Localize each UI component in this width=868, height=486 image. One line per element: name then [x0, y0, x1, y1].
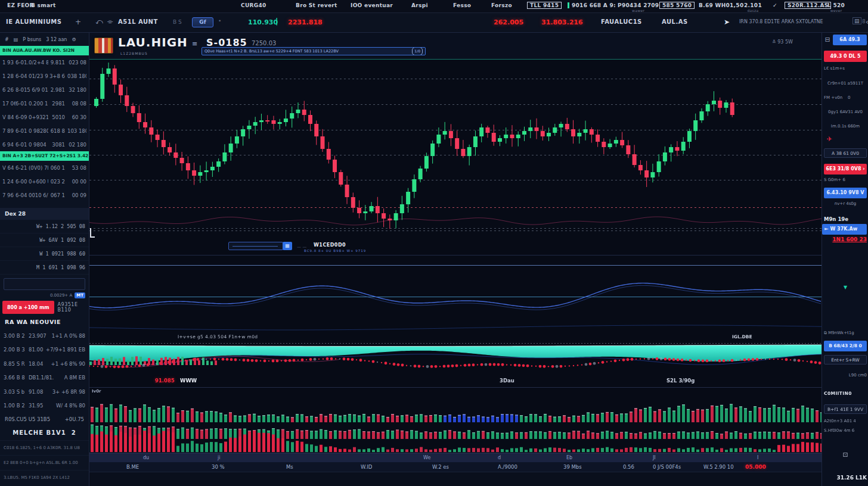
table-row[interactable]: W 1 0921 988 60: [0, 247, 89, 261]
table-row[interactable]: 1 246-00 0+600 U1 023 200 00: [0, 175, 89, 188]
highlight-row[interactable]: BIN A+3 2B+SU2T 72+S+2S1 3.42: [0, 151, 89, 161]
menu-item[interactable]: Bro St revert: [296, 2, 337, 8]
table-row[interactable]: 2.00 B 381.00+7/9+1 891 EB: [0, 343, 89, 357]
active-price-row[interactable]: ⇤ W 37K.Aw: [822, 224, 867, 235]
table-row[interactable]: 1 936-01.0/2+4 88 9.811023 08: [0, 55, 89, 69]
cursor-icon[interactable]: ➤: [724, 18, 730, 26]
add-icon[interactable]: +: [75, 18, 81, 26]
menu-item[interactable]: IOO eventuar: [351, 2, 393, 8]
indicator-name: W1CED0D0: [314, 242, 346, 248]
oscillator-canvas[interactable]: [89, 255, 822, 332]
more-label[interactable]: M9n 19e: [824, 216, 867, 222]
quantity-box[interactable]: A 38 61 0V0: [824, 148, 867, 158]
table-row[interactable]: 1 286-04 01/23 92 3+8 6038 180: [0, 69, 89, 83]
indicator-slider[interactable]: [228, 242, 283, 250]
condition-box[interactable]: B+f1 41E 1 9VV: [824, 404, 867, 414]
axis-value-red: 05.000: [745, 464, 766, 470]
hamburger-icon[interactable]: ≡: [192, 40, 197, 48]
sidebar-tool-label-1[interactable]: P bsuns: [23, 37, 41, 42]
pin-icon[interactable]: #: [5, 37, 9, 42]
menu-item[interactable]: 9016 668 A 9:: [568, 2, 616, 8]
table-row[interactable]: 3.66 B 8DB1.1/81.A 8M EB: [0, 371, 89, 385]
buy-button[interactable]: 6A 49.3: [833, 35, 867, 45]
chart-area: LAU.HIGH L1Z2BMBU5 ≡ S-0185 7250.03 Q0ve…: [89, 33, 822, 486]
menu-item[interactable]: Forszo: [491, 2, 512, 8]
menu-item[interactable]: CURG40: [241, 2, 266, 8]
trade-list-a: 1 936-01.0/2+4 88 9.811023 08 1 286-04 0…: [0, 55, 89, 151]
send-order-icon[interactable]: ✈: [824, 135, 834, 143]
menu-item[interactable]: 585 5760: [659, 2, 695, 9]
toolbar-menu-rules[interactable]: AUL.AS: [662, 18, 688, 25]
folder-icon[interactable]: ▤: [14, 37, 18, 42]
slider-apply-button[interactable]: ▦: [283, 242, 292, 250]
sell-price-button[interactable]: 49.3 0 DL 5: [824, 51, 867, 62]
menu-item[interactable]: L 520wever: [827, 2, 845, 13]
window-icon: ⧉: [824, 331, 827, 335]
summary-value: +0U.75: [65, 416, 84, 422]
band-indicator-canvas[interactable]: [89, 342, 822, 375]
band-value-label: WWW: [180, 378, 197, 384]
table-row[interactable]: V 846-09 0+9321C 501060 30: [0, 110, 89, 124]
menu-item[interactable]: S20R.112.AS: [785, 2, 831, 9]
toolbar-menu-funds[interactable]: FAUALUC1S: [601, 18, 642, 25]
table-row[interactable]: W+ 1.12 2 505 08: [0, 220, 89, 233]
menu-item[interactable]: ✓: [773, 2, 777, 8]
account-row[interactable]: MELCHE B1V1 2: [0, 426, 89, 440]
table-row[interactable]: 7 896-01 0 98280 618 8103 180: [0, 124, 89, 138]
table-row[interactable]: 17 066-01 0.200 1+8 298108 08: [0, 96, 89, 110]
grid-layout-icon[interactable]: ▤: [852, 17, 861, 24]
bracket-order-button[interactable]: B 68/43 2/8 0: [824, 341, 867, 351]
mt-badge[interactable]: MT: [75, 292, 85, 298]
condition-row-2[interactable]: S.Hf0l0w 4m 6: [824, 428, 867, 433]
table-row[interactable]: 7 966-04 0010 6/1 067 100 09: [0, 188, 89, 202]
quick-trade-pill[interactable]: Gf: [192, 17, 213, 27]
menu-item[interactable]: B smart: [31, 2, 56, 8]
sell-market-button[interactable]: 6E3 31/8 0V8 ›: [824, 164, 867, 175]
sell-button[interactable]: 800 a +100 mm: [2, 301, 54, 314]
time-axis-ticks[interactable]: dujiWedEbJII: [89, 453, 822, 462]
table-row[interactable]: 6 268-015 6/9 014 2.98132 180: [0, 83, 89, 96]
table-row[interactable]: 6 946-01 0 9804 308102 180: [0, 138, 89, 151]
menu-item[interactable]: EZ FEOR: [7, 2, 34, 8]
menu-item[interactable]: B.69 WH01,50: [699, 2, 743, 8]
table-row[interactable]: 8.85 S R18.04+1 +6 8% 90: [0, 357, 89, 371]
table-row[interactable]: 1.00 B 231.95W/ 4 8% 80: [0, 399, 89, 413]
table-row[interactable]: W+ 6AV 1 092 08: [0, 233, 89, 247]
sidebar-tool-label-2[interactable]: 3 12 aan: [46, 37, 67, 42]
menu-item[interactable]: 2.101dasza: [744, 2, 762, 13]
collapse-icon[interactable]: ‹: [866, 18, 868, 26]
panel-window-icon[interactable]: ⊡: [824, 451, 867, 459]
table-row[interactable]: V 646-21 (0V0) 7H 060 153 08: [0, 161, 89, 175]
order-panel: ⊟ 6A 49.3 49.3 0 DL 5 L€ s1m+s Cr9n+01 a…: [822, 33, 868, 486]
enter-spread-button[interactable]: Ent+r S+RW: [824, 355, 867, 364]
list-count-label: L90 cm0: [824, 373, 867, 378]
menu-item[interactable]: TLL 9415: [527, 2, 562, 9]
watchlist-header[interactable]: IE ALUMINIUMS: [6, 18, 61, 25]
section-header-positions: RA WA NEOUVIE: [0, 316, 89, 329]
section-header-depth[interactable]: Dex 28: [0, 208, 89, 220]
menu-item[interactable]: P90434 2709wawer: [618, 2, 659, 13]
notification-banner[interactable]: Q0ve Haas+t1 N+2 B. 8rsL13 aw+e 5229+4 F…: [202, 47, 426, 55]
scroll-down-icon[interactable]: ▼: [824, 285, 867, 290]
chart-header-right-controls[interactable]: ≚ 93 5W: [772, 39, 793, 45]
highlight-row[interactable]: BIN AUA.AU.AW.BW KO. SI2N: [0, 46, 89, 55]
menu-item[interactable]: Arspi: [411, 2, 428, 8]
table-row[interactable]: 3.00 B 223.9071+1 A 0% 88: [0, 329, 89, 343]
menu-item[interactable]: Fesso: [453, 2, 471, 8]
buy-market-button[interactable]: 6.43.10 9V8 V: [824, 188, 867, 198]
order-input[interactable]: [4, 278, 85, 290]
histogram-canvas[interactable]: [89, 387, 822, 453]
undo-icon[interactable]: ⤺: [95, 17, 103, 26]
price-chart-canvas[interactable]: [89, 60, 822, 238]
panel-menu-icon[interactable]: ⊟: [823, 36, 832, 43]
gear-icon[interactable]: ⚙: [72, 37, 76, 42]
condition-row-1[interactable]: A2t0n+3 A01 4: [824, 419, 867, 423]
axis-value: W.ID: [361, 464, 372, 470]
symbol-label[interactable]: A51L AUNT: [118, 18, 158, 25]
table-row[interactable]: M 1 691 1 098 96: [0, 261, 89, 275]
draw-icon[interactable]: ⌯: [107, 17, 113, 26]
axis-tick: d: [498, 455, 501, 460]
table-row[interactable]: 3.03 S b91.083+ +6 8R 98: [0, 385, 89, 399]
mode-label[interactable]: B S: [173, 19, 182, 25]
axis-footer-space: [89, 472, 822, 486]
